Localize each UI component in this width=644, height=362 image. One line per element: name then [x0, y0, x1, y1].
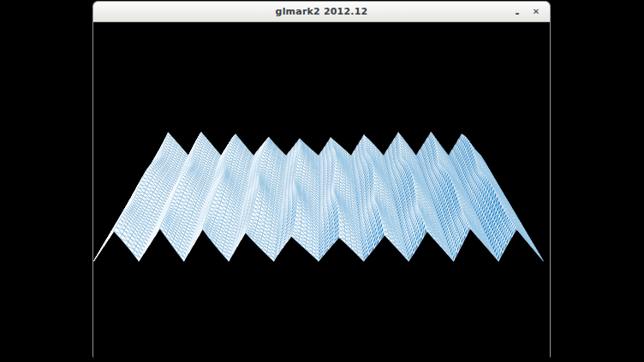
minimize-icon: - [516, 8, 520, 20]
titlebar[interactable]: glmark2 2012.12 - ✕ [93, 2, 550, 22]
scene-canvas [93, 22, 550, 359]
close-icon: ✕ [533, 7, 540, 16]
page-background: { "window": { "title": "glmark2 2012.12"… [0, 0, 644, 362]
minimize-button[interactable]: - [509, 2, 526, 21]
gl-viewport [93, 22, 550, 359]
close-button[interactable]: ✕ [528, 2, 545, 21]
window-title: glmark2 2012.12 [276, 2, 368, 21]
glmark2-window: glmark2 2012.12 - ✕ [92, 1, 551, 359]
